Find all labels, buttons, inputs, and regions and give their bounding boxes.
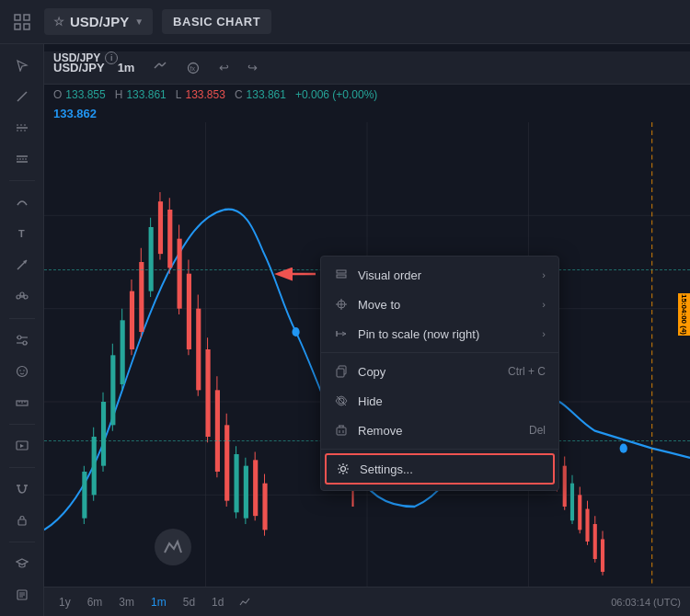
menu-divider-1 [321, 352, 558, 353]
chart-type-button[interactable]: BASIC CHART [162, 9, 271, 34]
low-value: 133.853 [185, 88, 224, 101]
visual-order-icon [334, 268, 349, 282]
remove-icon [334, 423, 349, 438]
svg-point-17 [20, 292, 24, 296]
period-1y[interactable]: 1y [53, 594, 76, 610]
top-bar: ☆ USD/JPY ▼ BASIC CHART [0, 0, 690, 44]
fx-btn[interactable]: fx [180, 57, 206, 78]
sidebar-divider-2 [9, 318, 35, 319]
svg-point-21 [23, 341, 27, 345]
dropdown-arrow-icon: ▼ [134, 17, 144, 27]
pin-scale-arrow-icon: › [542, 328, 546, 339]
menu-item-move-to[interactable]: Move to › [321, 290, 558, 319]
sidebar-icon-emoji[interactable] [7, 358, 37, 385]
sidebar-divider-5 [9, 542, 35, 542]
svg-rect-145 [337, 428, 346, 435]
period-6m[interactable]: 6m [82, 594, 109, 610]
change-value: +0.006 (+0.00%) [295, 88, 377, 101]
svg-line-41 [162, 63, 166, 66]
sidebar-icon-magnet[interactable] [7, 475, 37, 503]
chart-toolbar: USD/JPY 1m fx ↩ ↪ [44, 51, 690, 85]
sidebar-icon-line[interactable] [7, 83, 37, 110]
menu-item-visual-order[interactable]: Visual order › [321, 260, 558, 290]
period-5d[interactable]: 5d [178, 594, 201, 610]
high-value: 133.861 [126, 88, 166, 101]
svg-point-24 [23, 370, 25, 371]
svg-rect-2 [15, 24, 20, 29]
star-icon: ☆ [53, 15, 64, 29]
remove-label: Remove [358, 424, 402, 438]
svg-rect-69 [167, 210, 172, 268]
sidebar-icon-lock[interactable] [7, 507, 37, 534]
svg-marker-30 [20, 444, 24, 448]
svg-point-129 [620, 444, 627, 453]
svg-rect-33 [18, 519, 26, 525]
context-menu: Visual order › Move to › [320, 256, 559, 491]
period-1d[interactable]: 1d [206, 594, 229, 610]
bottom-timestamp: 06:03:14 (UTC) [611, 597, 681, 608]
timeframe-icon[interactable] [238, 595, 251, 608]
menu-item-settings[interactable]: Settings... [325, 453, 555, 485]
sidebar-divider-4 [9, 467, 35, 468]
svg-point-14 [17, 295, 20, 299]
svg-marker-34 [17, 559, 28, 565]
menu-item-remove[interactable]: Remove Del [321, 416, 558, 445]
sidebar-divider-1 [9, 180, 35, 181]
pin-scale-label: Pin to scale (now right) [358, 327, 479, 341]
move-to-icon [334, 297, 349, 312]
copy-shortcut: Ctrl + C [508, 365, 546, 378]
low-label: L [176, 88, 182, 101]
sidebar-icon-curve[interactable] [7, 188, 37, 216]
svg-rect-135 [337, 275, 346, 278]
menu-item-copy[interactable]: Copy Ctrl + C [321, 357, 558, 386]
open-label: O [53, 88, 62, 101]
sidebar-icon-arrow[interactable] [7, 251, 37, 279]
svg-point-127 [292, 327, 299, 337]
svg-rect-53 [92, 437, 97, 495]
svg-rect-134 [337, 270, 346, 273]
sidebar-icon-cursor[interactable] [7, 51, 37, 79]
sidebar-icon-nodes[interactable] [7, 282, 37, 310]
move-to-arrow-icon: › [542, 299, 546, 310]
menu-item-pin-scale[interactable]: Pin to scale (now right) › [321, 319, 558, 348]
period-1m[interactable]: 1m [145, 594, 172, 610]
svg-point-23 [19, 370, 21, 371]
visual-order-label: Visual order [358, 268, 421, 282]
sidebar-icon-news[interactable] [7, 581, 37, 609]
settings-label: Settings... [360, 462, 413, 476]
sidebar-icon-play[interactable] [7, 432, 37, 460]
high-label: H [115, 88, 123, 101]
sidebar-icon-graduation[interactable] [7, 550, 37, 577]
settings-icon [336, 462, 351, 476]
copy-icon [334, 364, 349, 379]
hide-icon [334, 394, 349, 408]
sidebar-icon-adjust[interactable] [7, 326, 37, 354]
svg-point-151 [341, 467, 346, 472]
sidebar-icon-ruler[interactable] [7, 389, 37, 416]
remove-shortcut: Del [529, 424, 546, 437]
tv-watermark [155, 529, 191, 565]
ohlc-bar: O 133.855 H 133.861 L 133.853 C 133.861 … [44, 85, 690, 105]
svg-rect-55 [101, 402, 106, 466]
redo-btn[interactable]: ↪ [242, 58, 263, 77]
svg-line-40 [159, 63, 162, 66]
svg-rect-0 [15, 15, 20, 20]
bottom-bar: 1y 6m 3m 1m 5d 1d 06:03:14 (UTC) [44, 587, 690, 616]
svg-point-15 [24, 295, 28, 299]
sidebar-icon-text[interactable]: T [7, 220, 37, 247]
undo-btn[interactable]: ↩ [213, 58, 235, 77]
indicator-btn[interactable] [147, 57, 173, 78]
svg-rect-3 [24, 24, 29, 29]
sidebar-icon-hline[interactable] [7, 114, 37, 142]
svg-rect-142 [337, 369, 344, 377]
symbol-button[interactable]: ☆ USD/JPY ▼ [44, 8, 153, 35]
copy-label: Copy [358, 365, 385, 379]
period-3m[interactable]: 3m [113, 594, 140, 610]
grid-icon[interactable] [9, 9, 35, 35]
svg-point-22 [17, 366, 27, 376]
svg-rect-87 [253, 460, 258, 516]
sidebar-icon-channel[interactable] [7, 145, 37, 173]
svg-line-4 [17, 92, 27, 101]
menu-item-hide[interactable]: Hide [321, 386, 558, 416]
menu-divider-2 [321, 449, 558, 450]
